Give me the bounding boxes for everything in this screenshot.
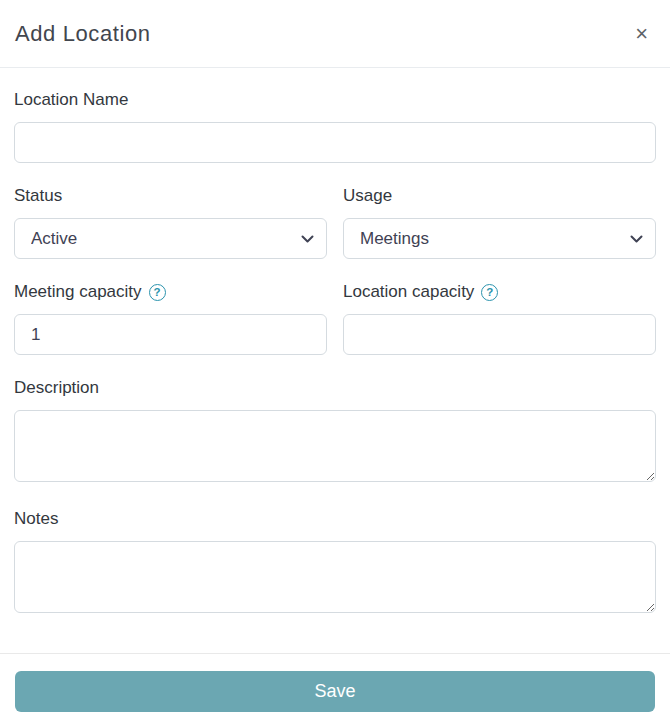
modal-footer: Save — [0, 653, 670, 721]
modal-title: Add Location — [15, 21, 151, 47]
location-name-input[interactable] — [14, 122, 656, 163]
modal-body: Location Name Status Active Usage — [0, 68, 670, 653]
status-select[interactable]: Active — [14, 218, 327, 259]
location-capacity-label-row: Location capacity ? — [343, 282, 656, 302]
description-label: Description — [14, 378, 656, 398]
meeting-capacity-col: Meeting capacity ? — [14, 282, 327, 355]
status-col: Status Active — [14, 186, 327, 259]
location-capacity-col: Location capacity ? — [343, 282, 656, 355]
usage-label: Usage — [343, 186, 656, 206]
description-textarea[interactable] — [14, 410, 656, 482]
notes-textarea[interactable] — [14, 541, 656, 613]
save-button[interactable]: Save — [15, 671, 655, 712]
location-capacity-input[interactable] — [343, 314, 656, 355]
status-label: Status — [14, 186, 327, 206]
meeting-capacity-label-row: Meeting capacity ? — [14, 282, 327, 302]
add-location-modal: Add Location × Location Name Status Acti… — [0, 0, 670, 721]
usage-select-wrap: Meetings — [343, 218, 656, 259]
close-icon: × — [635, 21, 648, 46]
meeting-capacity-input[interactable] — [14, 314, 327, 355]
help-icon[interactable]: ? — [481, 284, 498, 301]
meeting-capacity-label: Meeting capacity — [14, 282, 142, 302]
status-select-wrap: Active — [14, 218, 327, 259]
location-name-group: Location Name — [14, 90, 656, 163]
close-button[interactable]: × — [629, 19, 654, 49]
location-capacity-label: Location capacity — [343, 282, 474, 302]
modal-header: Add Location × — [0, 0, 670, 68]
notes-label: Notes — [14, 509, 656, 529]
usage-select[interactable]: Meetings — [343, 218, 656, 259]
capacity-row: Meeting capacity ? Location capacity ? — [14, 282, 656, 355]
help-icon[interactable]: ? — [149, 284, 166, 301]
notes-group: Notes — [14, 509, 656, 617]
usage-col: Usage Meetings — [343, 186, 656, 259]
location-name-label: Location Name — [14, 90, 656, 110]
status-usage-row: Status Active Usage Meetings — [14, 186, 656, 259]
description-group: Description — [14, 378, 656, 486]
